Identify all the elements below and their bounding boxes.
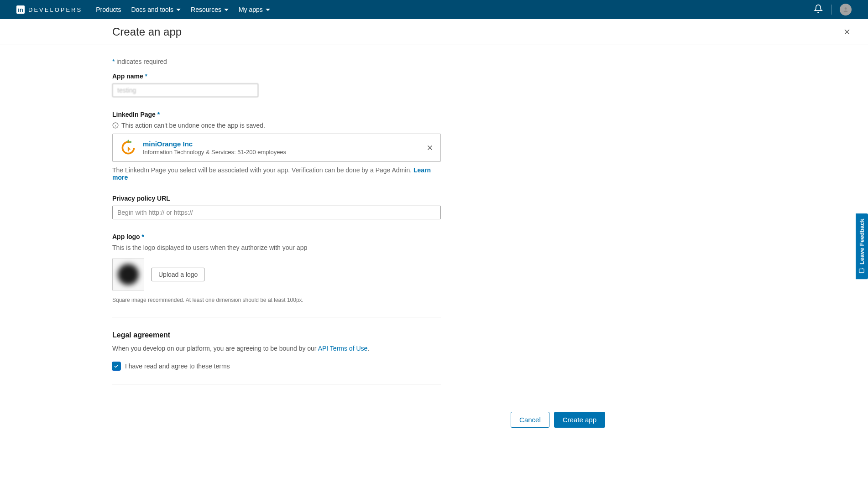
upload-logo-button[interactable]: Upload a logo <box>152 268 204 281</box>
linkedin-page-label: LinkedIn Page * <box>112 111 441 118</box>
section-divider <box>112 384 441 384</box>
field-app-name: App name * <box>112 73 441 97</box>
terms-checkbox[interactable] <box>112 362 120 370</box>
info-icon <box>112 122 119 129</box>
nav-resources-label: Resources <box>191 6 221 13</box>
feedback-label: Leave Feedback <box>858 218 865 264</box>
chevron-down-icon <box>266 9 270 11</box>
privacy-url-input[interactable] <box>112 206 441 219</box>
form-content: * indicates required App name * LinkedIn… <box>112 45 441 403</box>
topbar-right <box>814 4 852 16</box>
company-subtitle: Information Technology & Services: 51-20… <box>143 149 286 155</box>
api-terms-link[interactable]: API Terms of Use <box>318 345 368 352</box>
linkedin-page-warning: This action can't be undone once the app… <box>112 122 441 129</box>
selected-linkedin-page-card: miniOrange Inc Information Technology & … <box>112 134 441 162</box>
remove-page-icon[interactable] <box>426 144 434 152</box>
svg-line-11 <box>863 268 863 269</box>
linkedin-icon: in <box>16 5 25 14</box>
svg-point-7 <box>130 141 132 143</box>
chevron-down-icon <box>224 9 229 11</box>
logo-image <box>118 264 139 285</box>
field-app-logo: App logo * This is the logo displayed to… <box>112 233 441 303</box>
nav-myapps-label: My apps <box>239 6 263 13</box>
divider <box>831 5 831 15</box>
cancel-button[interactable]: Cancel <box>511 412 549 428</box>
svg-point-0 <box>845 7 847 10</box>
terms-checkbox-label: I have read and agree to these terms <box>125 363 230 370</box>
nav-products-label: Products <box>96 6 121 13</box>
nav-docs-tools[interactable]: Docs and tools <box>131 6 181 13</box>
app-logo-subtext: This is the logo displayed to users when… <box>112 244 441 251</box>
legal-text: When you develop on our platform, you ar… <box>112 345 441 352</box>
logo-text: DEVELOPERS <box>28 6 82 13</box>
main-nav: Products Docs and tools Resources My app… <box>96 6 270 13</box>
logo[interactable]: in DEVELOPERS <box>16 5 82 14</box>
legal-title: Legal agreement <box>112 331 441 339</box>
page-header: Create an app <box>0 19 868 45</box>
logo-upload-row: Upload a logo <box>112 259 441 290</box>
nav-products[interactable]: Products <box>96 6 121 13</box>
close-icon[interactable] <box>842 27 852 36</box>
field-linkedin-page: LinkedIn Page * This action can't be und… <box>112 111 441 181</box>
logo-hint: Square image recommended. At least one d… <box>112 297 441 303</box>
feedback-icon <box>859 267 865 274</box>
chevron-down-icon <box>176 9 181 11</box>
linkedin-page-help: The LinkedIn Page you select will be ass… <box>112 166 441 181</box>
privacy-url-label: Privacy policy URL <box>112 195 441 202</box>
company-logo-icon <box>120 140 136 156</box>
create-app-button[interactable]: Create app <box>554 412 605 428</box>
nav-my-apps[interactable]: My apps <box>239 6 270 13</box>
app-name-input[interactable] <box>112 83 258 97</box>
footer-actions-wrap: Cancel Create app <box>112 403 660 428</box>
terms-checkbox-row: I have read and agree to these terms <box>112 362 441 370</box>
app-logo-label: App logo * <box>112 233 441 240</box>
svg-rect-10 <box>859 269 864 272</box>
top-nav-bar: in DEVELOPERS Products Docs and tools Re… <box>0 0 868 19</box>
user-avatar[interactable] <box>840 4 852 16</box>
section-divider <box>112 317 441 317</box>
legal-section: Legal agreement When you develop on our … <box>112 331 441 370</box>
nav-resources[interactable]: Resources <box>191 6 229 13</box>
company-info: miniOrange Inc Information Technology & … <box>143 140 286 155</box>
field-privacy-url: Privacy policy URL <box>112 195 441 219</box>
notifications-icon[interactable] <box>814 4 823 15</box>
feedback-tab[interactable]: Leave Feedback <box>856 213 868 279</box>
topbar-left: in DEVELOPERS Products Docs and tools Re… <box>16 5 270 14</box>
footer-actions: Cancel Create app <box>167 403 605 428</box>
app-name-label: App name * <box>112 73 441 80</box>
logo-preview <box>112 259 144 290</box>
required-indicator-note: * indicates required <box>112 58 441 65</box>
nav-docs-label: Docs and tools <box>131 6 173 13</box>
page-title: Create an app <box>112 26 182 38</box>
company-name[interactable]: miniOrange Inc <box>143 140 286 148</box>
